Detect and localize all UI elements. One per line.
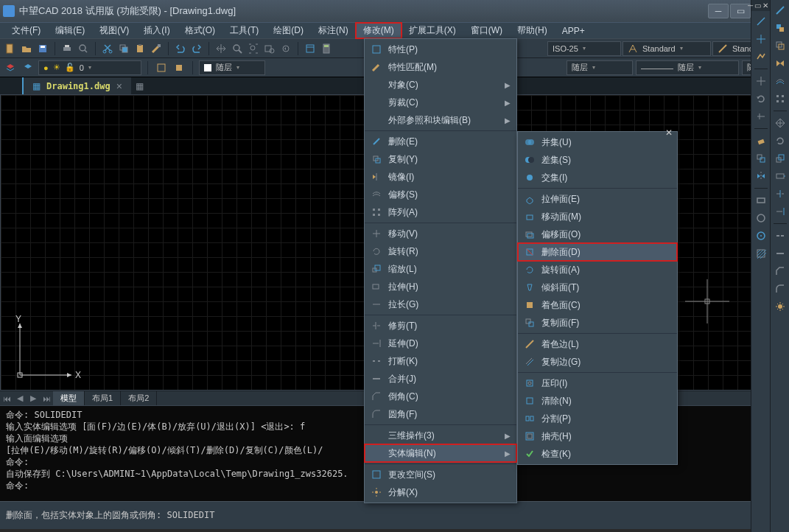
circ2-tool-icon[interactable] [754,228,768,243]
menu-编辑[interactable]: 编辑(E) [48,23,92,38]
layout2-tab[interactable]: 布局2 [121,391,157,405]
trim-tool-icon[interactable] [754,109,768,124]
move2-icon[interactable] [773,116,788,130]
submenu-close-icon[interactable]: ✕ [665,127,673,138]
menu-绘图[interactable]: 绘图(D) [266,23,311,38]
circle-tool-icon[interactable] [754,211,768,225]
move-tool-icon[interactable] [754,74,768,88]
menuitem-props[interactable]: 特性(P) [365,41,516,58]
menuitem-对象(C)[interactable]: 对象(C)▶ [365,76,516,94]
layout1-tab[interactable]: 布局1 [85,391,121,405]
menuitem-separate[interactable]: 分割(P) [518,410,677,427]
menuitem-scale[interactable]: 缩放(L) [365,260,516,278]
close-tab-icon[interactable]: × [116,80,122,92]
linetype-combo[interactable]: ————随层▾ [636,60,739,75]
redo-icon[interactable] [189,41,204,56]
doc-tab-active[interactable]: ▦ Drawing1.dwg × [22,77,131,94]
rect-tool-icon[interactable] [754,193,768,208]
line-tool-icon[interactable] [754,14,768,29]
chamfer2-icon[interactable] [773,264,788,279]
minimize-button[interactable]: ─ [708,4,729,18]
open-icon[interactable] [19,41,34,56]
dimstyle-combo[interactable]: ISO-25▾ [547,41,621,56]
fillet2-icon[interactable] [773,281,788,296]
print-icon[interactable] [60,41,74,56]
rect2-icon[interactable] [773,38,788,53]
explode2-icon[interactable] [773,299,788,314]
paste-icon[interactable] [133,41,147,56]
menuitem-三维操作(3)[interactable]: 三维操作(3)▶ [365,427,516,444]
preview-icon[interactable] [76,41,91,56]
extend2-icon[interactable] [773,204,788,219]
menuitem-rotate[interactable]: 旋转(R) [365,242,516,260]
menuitem-copy[interactable]: 复制(Y) [365,150,516,168]
join2-icon[interactable] [773,246,788,261]
erase-tool-icon[interactable] [754,133,768,148]
menu-窗口[interactable]: 窗口(W) [463,23,510,38]
copy-tool-icon[interactable] [754,151,768,166]
menuitem-space[interactable]: 更改空间(S) [365,466,516,483]
zoom-win-icon[interactable] [262,41,277,56]
menuitem-mirror[interactable]: 镜像(I) [365,168,516,186]
calc-icon[interactable] [319,41,334,56]
menuitem-chamfer[interactable]: 倒角(C) [365,388,516,405]
menuitem-copyface[interactable]: 复制面(F) [518,314,677,332]
menu-工具[interactable]: 工具(T) [222,23,266,38]
hatch-tool-icon[interactable] [754,246,768,261]
menuitem-offset[interactable]: 偏移(S) [365,186,516,203]
menuitem-实体编辑(N)[interactable]: 实体编辑(N)▶ [365,444,516,462]
mirror-tool-icon[interactable] [754,169,768,183]
mirror2-icon[interactable] [773,56,788,71]
menu-插入[interactable]: 插入(I) [136,23,177,38]
menuitem-explode[interactable]: 分解(X) [365,483,516,501]
color2-combo[interactable]: 随层▾ [567,60,633,75]
menu-帮助[interactable]: 帮助(H) [510,23,555,38]
trim2-icon[interactable] [773,186,788,201]
rotate2-icon[interactable] [773,133,788,148]
offset2-icon[interactable] [773,74,788,88]
save-icon[interactable] [35,41,50,56]
properties-icon[interactable] [303,41,318,56]
copy-icon[interactable] [116,41,131,56]
menuitem-array[interactable]: 阵列(A) [365,203,516,221]
menuitem-colorface[interactable]: 着色面(C) [518,296,677,314]
zoom-icon[interactable] [230,41,245,56]
menuitem-rotface[interactable]: 旋转面(A) [518,261,677,279]
menu-视图[interactable]: 视图(V) [92,23,136,38]
layer-mgr-icon[interactable] [3,60,18,75]
block-icon[interactable] [154,60,169,75]
menuitem-union[interactable]: 并集(U) [518,133,677,151]
menu-文件[interactable]: 文件(F) [4,23,48,38]
zoom-ext-icon[interactable] [246,41,261,56]
menuitem-extface[interactable]: 拉伸面(E) [518,190,677,208]
scale2-icon[interactable] [773,151,788,166]
menuitem-taperface[interactable]: 倾斜面(T) [518,279,677,296]
menuitem-break[interactable]: 打断(K) [365,352,516,370]
menuitem-shell[interactable]: 抽壳(H) [518,427,677,445]
menuitem-coloredge[interactable]: 着色边(L) [518,335,677,353]
color-combo[interactable]: 随层▾ [199,60,265,75]
tab-nav-last[interactable]: ⏭ [40,391,53,405]
menuitem-stretch[interactable]: 拉伸(H) [365,278,516,295]
pan2-icon[interactable] [773,3,788,18]
menuitem-trim[interactable]: 修剪(T) [365,317,516,335]
menuitem-erase[interactable]: 删除(E) [365,133,516,150]
menuitem-copyedge[interactable]: 复制边(G) [518,353,677,371]
menuitem-check[interactable]: 检查(K) [518,445,677,463]
menuitem-imprint[interactable]: 压印(I) [518,374,677,392]
menuitem-外部参照和块编辑(B)[interactable]: 外部参照和块编辑(B)▶ [365,111,516,129]
panel-min-icon[interactable]: ─ [748,1,753,10]
cut-icon[interactable] [100,41,115,56]
layer-state-icon[interactable] [21,60,35,75]
panel-close-icon[interactable]: ✕ [762,1,768,10]
rotate-tool-icon[interactable] [754,91,768,106]
menuitem-intersect[interactable]: 交集(I) [518,169,677,186]
insert-icon[interactable] [172,60,186,75]
menu-扩展工具[interactable]: 扩展工具(X) [401,23,463,38]
stretch2-icon[interactable] [773,169,788,183]
menuitem-move[interactable]: 移动(V) [365,225,516,242]
model-tab[interactable]: 模型 [53,391,85,405]
select-icon[interactable] [773,21,788,35]
array2-icon[interactable] [773,91,788,106]
new-tab-button[interactable]: ▦ [131,77,149,94]
